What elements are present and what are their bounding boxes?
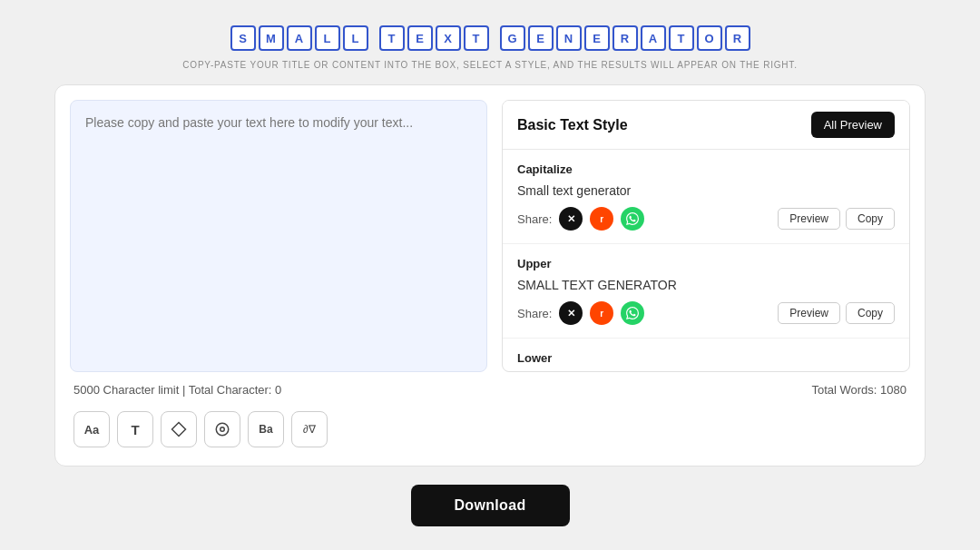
style-name-lower: Lower [517,351,895,365]
share-section-capitalize: Share: ✕ r [517,207,644,231]
right-header: Basic Text Style All Preview [503,101,909,150]
share-label-upper: Share: [517,307,552,320]
char-info: 5000 Character limit | Total Character: … [74,383,281,397]
tile-L1: L [315,25,340,51]
download-button[interactable]: Download [411,485,570,526]
action-btns-upper: Preview Copy [778,302,895,324]
style-item-lower: Lower [503,339,909,371]
special-tool-btn[interactable]: ∂∇ [291,411,328,447]
tile-G: G [500,25,525,51]
reddit-icon-upper[interactable]: r [590,301,613,325]
text-input[interactable] [70,100,487,372]
whatsapp-icon-upper[interactable] [621,301,644,325]
top-section: Basic Text Style All Preview Capitalize … [70,100,910,372]
tile-E1: E [407,25,433,51]
all-preview-button[interactable]: All Preview [811,112,895,138]
main-card: Basic Text Style All Preview Capitalize … [54,84,926,467]
svg-point-2 [220,427,225,432]
title-tiles: S M A L L T E X T G E N E R A T O R [230,25,750,51]
tool-icons-row: Aa T Ba ∂∇ [70,408,910,451]
share-label-capitalize: Share: [517,212,552,226]
diamond-tool-btn[interactable] [161,411,197,447]
tile-M: M [259,25,284,51]
tile-R1: R [612,25,638,51]
style-name-capitalize: Capitalize [517,162,895,176]
svg-marker-0 [172,423,186,437]
style-item-upper: Upper SMALL TEXT GENERATOR Share: ✕ r [503,244,909,339]
styles-list: Capitalize Small text generator Share: ✕… [503,150,909,371]
word-info: Total Words: 1080 [811,383,906,397]
right-panel: Basic Text Style All Preview Capitalize … [502,100,910,372]
tile-A1: A [287,25,312,51]
bold-tool-btn[interactable]: Ba [248,411,284,447]
tile-E2: E [528,25,554,51]
font-size-tool-btn[interactable]: Aa [74,411,110,447]
style-name-upper: Upper [517,257,895,270]
action-btns-capitalize: Preview Copy [778,208,895,230]
circle-tool-btn[interactable] [204,411,240,447]
page-header: S M A L L T E X T G E N E R A T O R Copy… [182,25,797,70]
subtitle: Copy-paste your title or content into th… [182,60,797,70]
style-result-upper: SMALL TEXT GENERATOR [517,278,895,292]
tile-A2: A [641,25,666,51]
tile-E3: E [584,25,610,51]
tile-O: O [697,25,722,51]
tile-R2: R [725,25,750,51]
tile-X: X [436,25,461,51]
twitter-icon-capitalize[interactable]: ✕ [559,207,583,231]
share-section-upper: Share: ✕ r [517,301,644,325]
tile-T1: T [379,25,405,51]
tile-S: S [230,25,256,51]
download-section: Download [411,485,570,526]
whatsapp-icon-capitalize[interactable] [621,207,644,231]
style-actions-upper: Share: ✕ r Preview Copy [517,301,895,325]
svg-point-1 [216,423,229,436]
style-actions-capitalize: Share: ✕ r Preview Copy [517,207,895,231]
text-tool-btn[interactable]: T [117,411,153,447]
panel-title: Basic Text Style [517,117,628,133]
tile-N: N [556,25,582,51]
copy-btn-capitalize[interactable]: Copy [846,208,895,230]
tile-T3: T [669,25,694,51]
preview-btn-capitalize[interactable]: Preview [778,208,840,230]
style-item-capitalize: Capitalize Small text generator Share: ✕… [503,150,909,244]
tile-L2: L [343,25,368,51]
preview-btn-upper[interactable]: Preview [778,302,840,324]
twitter-icon-upper[interactable]: ✕ [559,301,583,325]
style-result-capitalize: Small text generator [517,183,895,198]
copy-btn-upper[interactable]: Copy [846,302,895,324]
bottom-bar: 5000 Character limit | Total Character: … [70,383,910,397]
tile-T2: T [464,25,489,51]
reddit-icon-capitalize[interactable]: r [590,207,613,231]
